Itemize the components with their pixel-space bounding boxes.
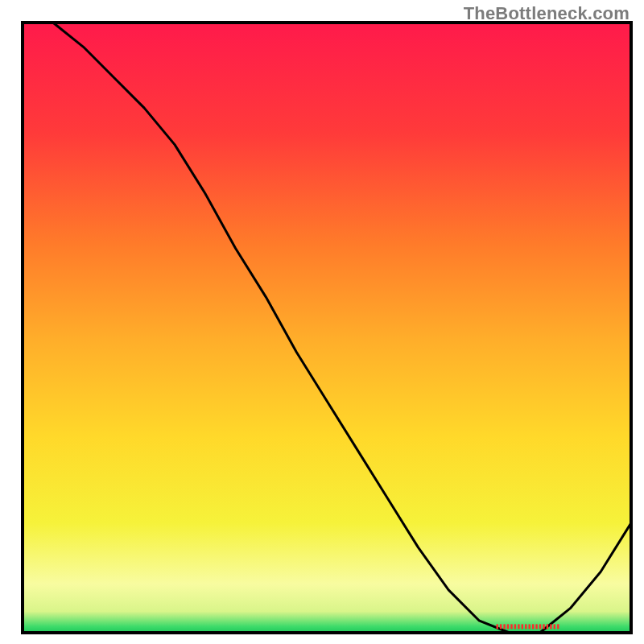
svg-rect-12 <box>539 624 541 629</box>
svg-rect-6 <box>518 624 519 629</box>
plot-background <box>23 23 631 633</box>
svg-rect-16 <box>554 624 555 629</box>
svg-rect-3 <box>507 624 509 629</box>
svg-rect-13 <box>543 624 544 629</box>
chart-container: TheBottleneck.com <box>0 0 644 644</box>
svg-rect-8 <box>525 624 526 629</box>
svg-rect-1 <box>500 624 502 629</box>
svg-rect-2 <box>503 624 505 629</box>
svg-rect-14 <box>547 624 548 629</box>
svg-rect-15 <box>550 624 551 629</box>
svg-rect-9 <box>529 624 530 629</box>
plot-area <box>23 23 631 633</box>
chart-svg <box>0 0 644 644</box>
svg-rect-4 <box>510 624 512 629</box>
svg-rect-7 <box>522 624 523 629</box>
svg-rect-5 <box>514 624 516 629</box>
watermark-text: TheBottleneck.com <box>464 3 630 24</box>
svg-rect-17 <box>557 624 559 629</box>
svg-rect-11 <box>535 624 537 629</box>
svg-rect-0 <box>497 624 498 629</box>
svg-rect-10 <box>532 624 534 629</box>
